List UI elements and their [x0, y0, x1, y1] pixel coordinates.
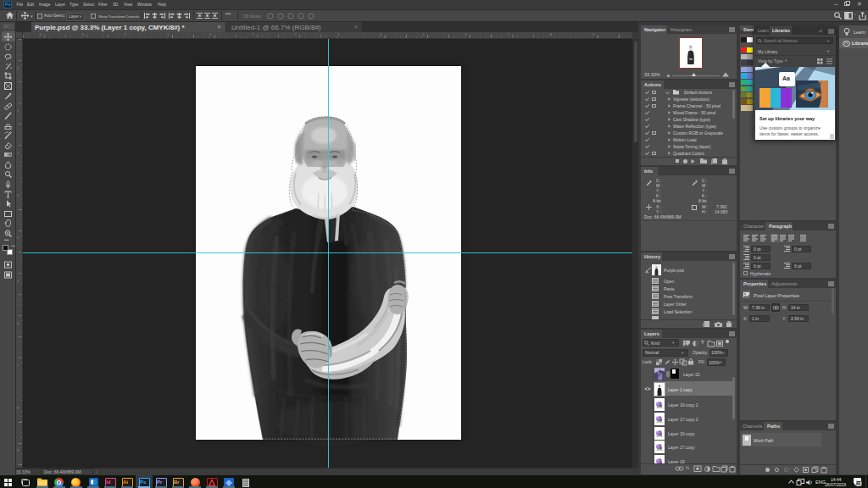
svg-text:28: 28 — [857, 481, 862, 486]
